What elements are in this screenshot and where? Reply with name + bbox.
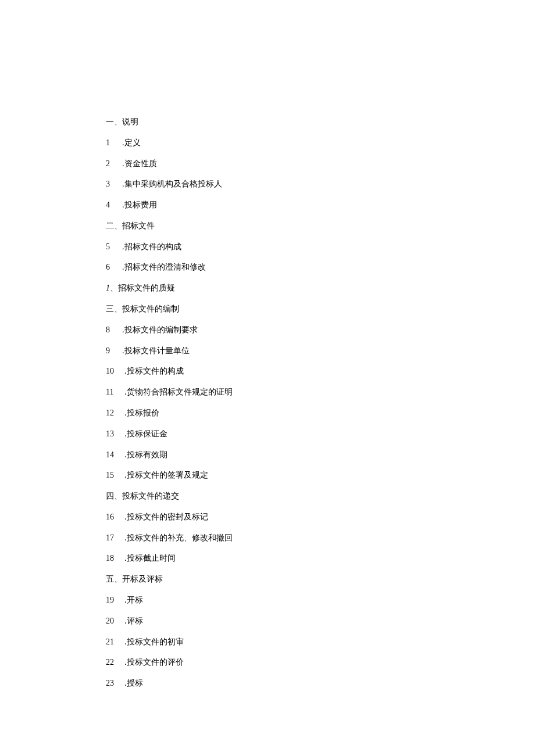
- toc-line: 1、招标文件的质疑: [106, 282, 431, 294]
- toc-line: 19.开标: [106, 594, 431, 606]
- toc-line: 二、招标文件: [106, 220, 431, 232]
- item-text: .投标有效期: [124, 449, 167, 461]
- item-number: 1: [106, 282, 110, 294]
- item-text: .资金性质: [122, 158, 157, 170]
- item-number: 14: [106, 449, 124, 461]
- item-text: .投标文件的补充、修改和撤回: [124, 532, 233, 544]
- item-number: 18: [106, 553, 124, 564]
- item-text: .集中采购机构及合格投标人: [122, 178, 222, 190]
- item-text: 招标文件的质疑: [118, 282, 175, 294]
- toc-line: 4.投标费用: [106, 199, 431, 211]
- toc-line: 3.集中采购机构及合格投标人: [106, 178, 431, 190]
- toc-line: 10.投标文件的构成: [106, 366, 431, 377]
- item-text: .投标文件的密封及标记: [124, 511, 208, 523]
- toc-content: 一、说明1.定义2.资金性质3.集中采购机构及合格投标人4.投标费用二、招标文件…: [106, 116, 431, 698]
- item-text: .投标文件的评价: [124, 657, 184, 668]
- item-separator: 、: [110, 282, 118, 294]
- toc-line: 22.投标文件的评价: [106, 657, 431, 668]
- item-text: .投标保证金: [124, 428, 167, 440]
- item-number: 13: [106, 428, 124, 440]
- toc-line: 23.授标: [106, 678, 431, 689]
- item-number: 17: [106, 532, 124, 544]
- toc-line: 12.投标报价: [106, 407, 431, 419]
- item-number: 9: [106, 345, 122, 357]
- item-text: .投标截止时间: [124, 553, 176, 564]
- toc-line: 9.投标文件计量单位: [106, 345, 431, 357]
- toc-line: 15.投标文件的签署及规定: [106, 470, 431, 481]
- toc-line: 四、投标文件的递交: [106, 490, 431, 502]
- item-text: .投标文件计量单位: [122, 345, 190, 357]
- item-number: 16: [106, 511, 124, 523]
- toc-line: 6.招标文件的澄清和修改: [106, 261, 431, 273]
- toc-line: 14.投标有效期: [106, 449, 431, 461]
- item-text: .招标文件的构成: [122, 241, 181, 253]
- item-number: 15: [106, 470, 124, 481]
- item-text: .投标文件的构成: [124, 366, 184, 377]
- item-text: .投标文件的初审: [124, 636, 184, 648]
- toc-line: 11.货物符合招标文件规定的证明: [106, 386, 431, 398]
- toc-line: 21.投标文件的初审: [106, 636, 431, 648]
- section-heading-text: 二、招标文件: [106, 221, 155, 230]
- item-number: 12: [106, 407, 124, 419]
- toc-line: 20.评标: [106, 615, 431, 627]
- item-text: .投标文件的签署及规定: [124, 470, 208, 481]
- item-number: 11: [106, 386, 124, 398]
- item-number: 22: [106, 657, 124, 668]
- section-heading-text: 一、说明: [106, 117, 138, 126]
- item-text: .定义: [122, 137, 141, 149]
- item-text: .招标文件的澄清和修改: [122, 261, 206, 273]
- toc-line: 8.投标文件的编制要求: [106, 324, 431, 336]
- toc-line: 2.资金性质: [106, 158, 431, 170]
- item-number: 6: [106, 261, 122, 273]
- toc-line: 17.投标文件的补充、修改和撤回: [106, 532, 431, 544]
- item-number: 2: [106, 158, 122, 170]
- toc-line: 18.投标截止时间: [106, 553, 431, 564]
- item-text: .货物符合招标文件规定的证明: [124, 386, 233, 398]
- section-heading-text: 五、开标及评标: [106, 575, 163, 583]
- item-text: .授标: [124, 678, 143, 689]
- item-number: 5: [106, 241, 122, 253]
- item-number: 19: [106, 594, 124, 606]
- toc-line: 五、开标及评标: [106, 574, 431, 585]
- section-heading-text: 三、投标文件的编制: [106, 304, 179, 313]
- toc-line: 5.招标文件的构成: [106, 241, 431, 253]
- item-text: .投标文件的编制要求: [122, 324, 198, 336]
- item-number: 3: [106, 178, 122, 190]
- toc-line: 一、说明: [106, 116, 431, 128]
- section-heading-text: 四、投标文件的递交: [106, 492, 179, 500]
- toc-line: 13.投标保证金: [106, 428, 431, 440]
- item-text: .投标报价: [124, 407, 159, 419]
- item-number: 1: [106, 137, 122, 149]
- toc-line: 1.定义: [106, 137, 431, 149]
- toc-line: 三、投标文件的编制: [106, 303, 431, 315]
- item-number: 23: [106, 678, 124, 689]
- item-number: 10: [106, 366, 124, 377]
- item-text: .评标: [124, 615, 143, 627]
- toc-line: 16.投标文件的密封及标记: [106, 511, 431, 523]
- item-text: .开标: [124, 594, 143, 606]
- item-text: .投标费用: [122, 199, 157, 211]
- item-number: 20: [106, 615, 124, 627]
- item-number: 21: [106, 636, 124, 648]
- item-number: 8: [106, 324, 122, 336]
- item-number: 4: [106, 199, 122, 211]
